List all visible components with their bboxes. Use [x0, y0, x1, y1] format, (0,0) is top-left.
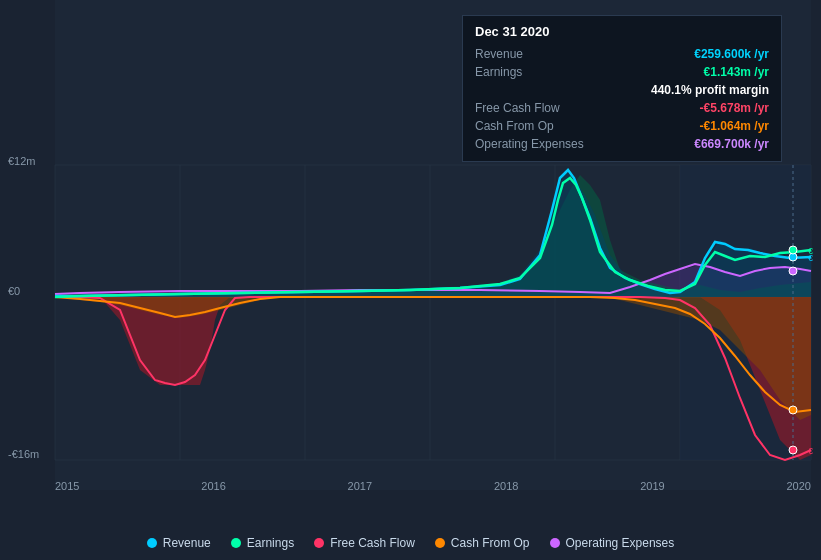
fcf-value: -€5.678m /yr — [700, 101, 769, 115]
legend-opex-dot — [550, 538, 560, 548]
x-label-2015: 2015 — [55, 480, 79, 492]
revenue-label: Revenue — [475, 47, 595, 61]
opex-label: Operating Expenses — [475, 137, 595, 151]
tooltip-date: Dec 31 2020 — [475, 24, 769, 39]
chart-container: Dec 31 2020 Revenue €259.600k /yr Earnin… — [0, 0, 821, 560]
svg-point-17 — [789, 267, 797, 275]
legend-fcf[interactable]: Free Cash Flow — [314, 536, 415, 550]
tooltip-earnings-row: Earnings €1.143m /yr — [475, 63, 769, 81]
svg-text:€: € — [808, 446, 813, 456]
x-label-2019: 2019 — [640, 480, 664, 492]
legend-earnings[interactable]: Earnings — [231, 536, 294, 550]
earnings-label: Earnings — [475, 65, 595, 79]
cashfromop-label: Cash From Op — [475, 119, 595, 133]
profit-margin: 440.1% profit margin — [651, 83, 769, 97]
legend-cashfromop-dot — [435, 538, 445, 548]
x-label-2020: 2020 — [786, 480, 810, 492]
legend-revenue-label: Revenue — [163, 536, 211, 550]
chart-legend: Revenue Earnings Free Cash Flow Cash Fro… — [0, 536, 821, 550]
x-label-2016: 2016 — [201, 480, 225, 492]
tooltip-box: Dec 31 2020 Revenue €259.600k /yr Earnin… — [462, 15, 782, 162]
fcf-label: Free Cash Flow — [475, 101, 595, 115]
legend-opex-label: Operating Expenses — [566, 536, 675, 550]
legend-earnings-dot — [231, 538, 241, 548]
x-label-2018: 2018 — [494, 480, 518, 492]
earnings-value: €1.143m /yr — [704, 65, 769, 79]
svg-text:€: € — [808, 246, 813, 256]
legend-fcf-label: Free Cash Flow — [330, 536, 415, 550]
cashfromop-value: -€1.064m /yr — [700, 119, 769, 133]
x-label-2017: 2017 — [348, 480, 372, 492]
legend-revenue-dot — [147, 538, 157, 548]
tooltip-profitmargin-row: 440.1% profit margin — [475, 81, 769, 99]
legend-cashfromop-label: Cash From Op — [451, 536, 530, 550]
legend-opex[interactable]: Operating Expenses — [550, 536, 675, 550]
legend-cashfromop[interactable]: Cash From Op — [435, 536, 530, 550]
legend-revenue[interactable]: Revenue — [147, 536, 211, 550]
tooltip-cashfromop-row: Cash From Op -€1.064m /yr — [475, 117, 769, 135]
svg-point-15 — [789, 446, 797, 454]
svg-point-14 — [789, 246, 797, 254]
opex-value: €669.700k /yr — [694, 137, 769, 151]
legend-earnings-label: Earnings — [247, 536, 294, 550]
tooltip-opex-row: Operating Expenses €669.700k /yr — [475, 135, 769, 153]
tooltip-revenue-row: Revenue €259.600k /yr — [475, 45, 769, 63]
legend-fcf-dot — [314, 538, 324, 548]
tooltip-fcf-row: Free Cash Flow -€5.678m /yr — [475, 99, 769, 117]
svg-point-16 — [789, 406, 797, 414]
revenue-value: €259.600k /yr — [694, 47, 769, 61]
